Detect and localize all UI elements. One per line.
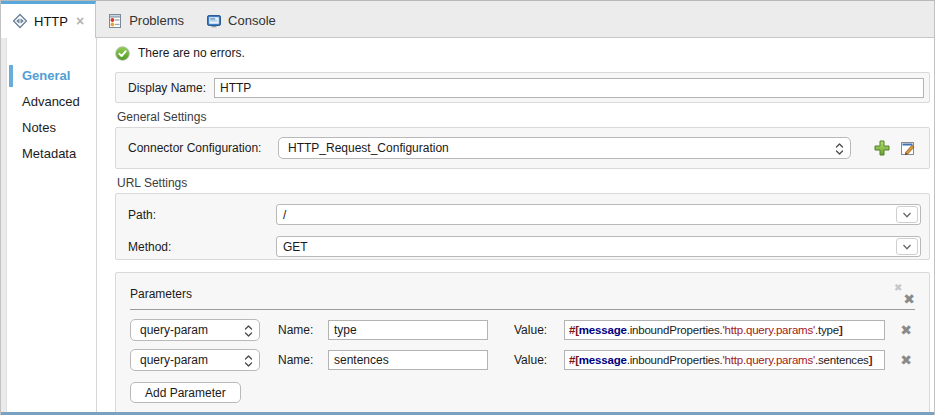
param-name-input[interactable] bbox=[328, 320, 488, 340]
connector-configuration-value: HTTP_Request_Configuration bbox=[288, 141, 449, 155]
problems-icon bbox=[107, 13, 123, 29]
method-value: GET bbox=[283, 240, 308, 254]
param-value-label: Value: bbox=[514, 353, 558, 367]
tab-http[interactable]: HTTP × bbox=[1, 1, 96, 38]
parameters-divider bbox=[130, 309, 915, 310]
method-row: Method: GET bbox=[128, 236, 921, 257]
param-name-input[interactable] bbox=[328, 350, 488, 370]
connector-configuration-select[interactable]: HTTP_Request_Configuration bbox=[278, 137, 851, 159]
parameters-group: Parameters ✖ ✖ query-param bbox=[115, 272, 930, 412]
parameter-row: query-param Name: Value: #[message.inbou… bbox=[130, 349, 915, 371]
validation-status: There are no errors. bbox=[115, 43, 930, 63]
tab-console[interactable]: Console bbox=[195, 1, 287, 37]
param-value-label: Value: bbox=[514, 323, 558, 337]
updown-stepper-icon bbox=[835, 142, 844, 156]
connector-configuration-label: Connector Configuration: bbox=[128, 141, 278, 155]
properties-editor-window: HTTP × Problems Console bbox=[0, 0, 935, 415]
status-message: There are no errors. bbox=[138, 46, 245, 60]
parameter-row: query-param Name: Value: #[message.inbou… bbox=[130, 319, 915, 341]
delete-parameter-icon[interactable]: ✖ bbox=[897, 351, 915, 369]
method-combo[interactable]: GET bbox=[276, 236, 921, 257]
http-connector-icon bbox=[12, 13, 28, 29]
param-type-select[interactable]: query-param bbox=[130, 319, 260, 341]
path-label: Path: bbox=[128, 208, 276, 222]
sidebar-item-notes[interactable]: Notes bbox=[7, 115, 96, 141]
section-sidebar: General Advanced Notes Metadata bbox=[7, 38, 96, 412]
general-settings-title: General Settings bbox=[117, 110, 930, 124]
display-name-input[interactable] bbox=[214, 78, 924, 98]
param-type-select[interactable]: query-param bbox=[130, 349, 260, 371]
success-check-icon bbox=[115, 46, 130, 61]
delete-all-parameters-icon[interactable]: ✖ ✖ bbox=[893, 284, 915, 304]
add-config-icon[interactable] bbox=[873, 139, 891, 157]
display-name-group: Display Name: bbox=[115, 72, 930, 103]
path-value: / bbox=[283, 208, 286, 222]
updown-stepper-icon bbox=[244, 354, 253, 368]
general-settings-group: Connector Configuration: HTTP_Request_Co… bbox=[115, 127, 930, 169]
general-panel: There are no errors. Display Name: Gener… bbox=[97, 38, 934, 412]
tab-bar: HTTP × Problems Console bbox=[1, 1, 934, 38]
editor-body: General Advanced Notes Metadata There a bbox=[1, 38, 934, 412]
edit-config-icon[interactable] bbox=[899, 139, 917, 157]
chevron-down-icon bbox=[896, 238, 918, 255]
tab-problems[interactable]: Problems bbox=[96, 1, 195, 37]
chevron-down-icon bbox=[896, 206, 918, 223]
close-icon[interactable]: × bbox=[76, 14, 84, 28]
display-name-label: Display Name: bbox=[128, 81, 214, 95]
url-settings-title: URL Settings bbox=[117, 176, 930, 190]
param-name-label: Name: bbox=[278, 353, 322, 367]
tab-label: HTTP bbox=[34, 14, 68, 29]
delete-parameter-icon[interactable]: ✖ bbox=[897, 321, 915, 339]
sidebar-item-metadata[interactable]: Metadata bbox=[7, 141, 96, 167]
tab-label: Problems bbox=[129, 13, 184, 28]
tab-label: Console bbox=[228, 13, 276, 28]
parameters-title: Parameters bbox=[130, 287, 893, 301]
param-value-input[interactable]: #[message.inboundProperties.'http.query.… bbox=[564, 320, 885, 340]
param-type-value: query-param bbox=[140, 353, 208, 367]
console-icon bbox=[206, 13, 222, 29]
parameters-header: Parameters ✖ ✖ bbox=[130, 283, 915, 305]
add-parameter-button[interactable]: Add Parameter bbox=[130, 382, 241, 403]
sidebar-item-general[interactable]: General bbox=[7, 63, 96, 89]
path-combo[interactable]: / bbox=[276, 204, 921, 225]
path-row: Path: / bbox=[128, 204, 921, 225]
url-settings-group: Path: / Method: GET bbox=[115, 193, 930, 260]
updown-stepper-icon bbox=[244, 324, 253, 338]
method-label: Method: bbox=[128, 240, 276, 254]
sidebar-item-advanced[interactable]: Advanced bbox=[7, 89, 96, 115]
param-name-label: Name: bbox=[278, 323, 322, 337]
param-value-input[interactable]: #[message.inboundProperties.'http.query.… bbox=[564, 350, 885, 370]
param-type-value: query-param bbox=[140, 323, 208, 337]
